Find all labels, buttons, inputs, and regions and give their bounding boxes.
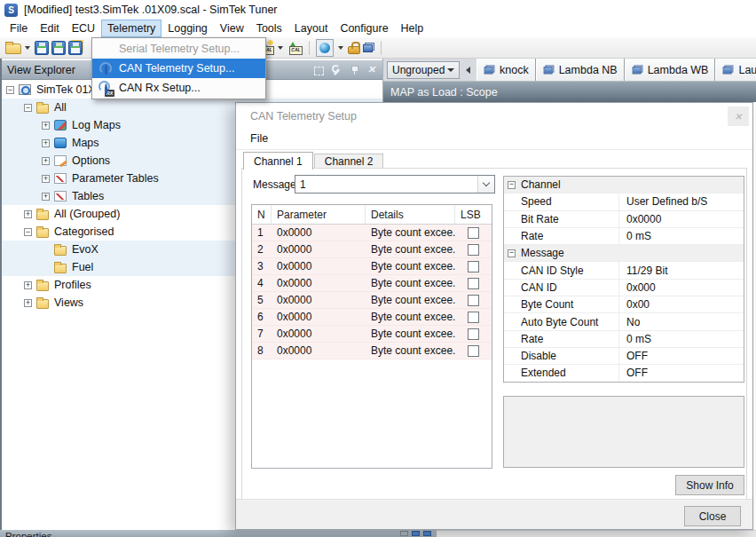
expander-icon[interactable] <box>42 139 50 147</box>
show-info-button[interactable]: Show Info <box>675 475 744 495</box>
upload-cal-alt-button[interactable] <box>287 40 303 55</box>
collapse-icon[interactable] <box>508 181 516 189</box>
cal-dropdown-caret-icon[interactable] <box>278 46 283 50</box>
property-row[interactable]: Message <box>504 245 744 262</box>
group-selector[interactable]: Ungrouped <box>387 61 460 79</box>
view-tab[interactable]: knock <box>476 59 536 81</box>
view-tab[interactable]: Lambda NB <box>536 59 625 81</box>
cascade-windows-button[interactable] <box>363 43 374 52</box>
row-parameter[interactable]: 0x0000 <box>272 294 366 306</box>
expander-icon[interactable] <box>42 175 50 183</box>
lsb-checkbox[interactable] <box>468 312 479 323</box>
parameter-row[interactable]: 1 0x0000 Byte count excee... <box>252 225 492 241</box>
expander-icon[interactable] <box>6 86 14 94</box>
message-combobox[interactable]: 1 <box>295 175 495 193</box>
expander-icon[interactable] <box>42 193 50 201</box>
menubar-item[interactable]: View <box>214 20 250 37</box>
menubar-item[interactable]: Logging <box>161 20 214 37</box>
property-value[interactable]: User Defined b/S <box>618 193 744 209</box>
property-row[interactable]: Speed User Defined b/S <box>504 193 744 210</box>
view-tab[interactable]: Launch <box>715 59 756 81</box>
lsb-checkbox[interactable] <box>468 261 479 272</box>
property-row[interactable]: CAN ID 0x000 <box>504 280 744 296</box>
open-file-button[interactable] <box>5 42 32 54</box>
row-parameter[interactable]: 0x0000 <box>272 243 366 256</box>
menubar-item[interactable]: Tools <box>250 20 288 37</box>
channel-tab[interactable]: Channel 1 <box>243 152 313 170</box>
menubar-item[interactable]: Edit <box>34 20 66 37</box>
property-value[interactable]: 0 mS <box>618 228 744 244</box>
lsb-checkbox[interactable] <box>468 244 479 256</box>
property-row[interactable]: Extended OFF <box>504 365 744 382</box>
properties-panel-header[interactable]: Properties <box>0 530 437 537</box>
expander-icon[interactable] <box>24 281 32 289</box>
property-value[interactable]: No <box>618 313 744 329</box>
parameter-row[interactable]: 7 0x0000 Byte count excee... <box>252 326 492 343</box>
scroll-tabs-left-button[interactable] <box>461 61 475 79</box>
row-parameter[interactable]: 0x0000 <box>272 277 366 289</box>
lsb-checkbox[interactable] <box>468 295 479 306</box>
telemetry-menu-item[interactable]: CAN Rx Setup... <box>92 78 265 98</box>
row-parameter[interactable]: 0x0000 <box>272 311 366 323</box>
menubar-item[interactable]: File <box>4 20 34 37</box>
open-dropdown-caret-icon[interactable] <box>25 46 30 50</box>
property-value[interactable]: 0x0000 <box>618 211 744 227</box>
expander-icon[interactable] <box>42 122 50 130</box>
row-parameter[interactable]: 0x0000 <box>272 260 366 272</box>
menubar-item[interactable]: Telemetry <box>101 20 161 37</box>
property-row[interactable]: Bit Rate 0x0000 <box>504 211 744 228</box>
property-value[interactable]: 0x000 <box>618 280 744 296</box>
save-as-button[interactable] <box>51 41 66 55</box>
collapse-icon[interactable] <box>508 249 516 257</box>
property-value[interactable]: 11/29 Bit <box>618 262 744 278</box>
dialog-close-button[interactable] <box>728 107 749 126</box>
property-value[interactable]: OFF <box>618 365 744 381</box>
menubar-item[interactable]: Help <box>395 20 430 37</box>
property-row[interactable]: Rate 0 mS <box>504 331 744 348</box>
row-parameter[interactable]: 0x0000 <box>272 344 366 357</box>
expander-icon[interactable] <box>42 157 50 165</box>
property-row[interactable]: Channel <box>504 177 744 193</box>
parameter-row[interactable]: 6 0x0000 Byte count excee... <box>252 309 492 326</box>
row-parameter[interactable]: 0x0000 <box>272 328 366 340</box>
expander-icon[interactable] <box>24 210 32 218</box>
property-value[interactable]: 0x00 <box>618 296 744 312</box>
row-parameter[interactable]: 0x0000 <box>272 226 366 239</box>
save-new-button[interactable] <box>68 41 83 55</box>
mini-toolbar-icon[interactable] <box>400 531 408 536</box>
close-panel-icon[interactable] <box>366 65 377 75</box>
mini-toolbar-icon[interactable] <box>412 531 420 536</box>
lsb-checkbox[interactable] <box>468 227 479 239</box>
lsb-checkbox[interactable] <box>468 345 479 357</box>
property-row[interactable]: Rate 0 mS <box>504 228 744 245</box>
dialog-menu-file[interactable]: File <box>250 132 268 145</box>
view-tab[interactable]: Lambda WB <box>625 59 716 81</box>
telemetry-menu-item[interactable]: Serial Telemetry Setup... <box>92 39 265 59</box>
property-row[interactable]: Auto Byte Count No <box>504 313 744 330</box>
close-button[interactable]: Close <box>684 506 741 526</box>
menubar-item[interactable]: ECU <box>66 20 101 37</box>
telemetry-menu-item[interactable]: CAN Telemetry Setup... <box>92 59 265 78</box>
combobox-dropdown-button[interactable] <box>477 176 494 193</box>
menubar-item[interactable]: Layout <box>288 20 335 37</box>
property-value[interactable]: 0 mS <box>618 331 744 347</box>
parameter-row[interactable]: 3 0x0000 Byte count excee... <box>252 258 492 275</box>
parameter-row[interactable]: 5 0x0000 Byte count excee... <box>252 292 492 309</box>
channel-tab[interactable]: Channel 2 <box>314 154 384 169</box>
property-row[interactable]: CAN ID Style 11/29 Bit <box>504 262 744 279</box>
parameter-row[interactable]: 2 0x0000 Byte count excee... <box>252 241 492 258</box>
pin-panel-icon[interactable] <box>349 65 359 75</box>
property-row[interactable]: Disable OFF <box>504 348 744 365</box>
property-row[interactable]: Byte Count 0x00 <box>504 296 744 313</box>
save-button[interactable] <box>35 41 49 55</box>
lsb-checkbox[interactable] <box>468 278 479 289</box>
mini-toolbar-icon[interactable] <box>423 531 431 536</box>
property-value[interactable] <box>618 245 744 261</box>
property-value[interactable]: OFF <box>618 348 744 364</box>
lock-button[interactable] <box>348 41 360 54</box>
expander-icon[interactable] <box>24 299 32 307</box>
float-window-icon[interactable] <box>313 65 324 75</box>
panel-options-wrench-icon[interactable] <box>331 65 342 75</box>
expander-icon[interactable] <box>24 228 32 236</box>
connect-dropdown-caret-icon[interactable] <box>338 46 343 50</box>
